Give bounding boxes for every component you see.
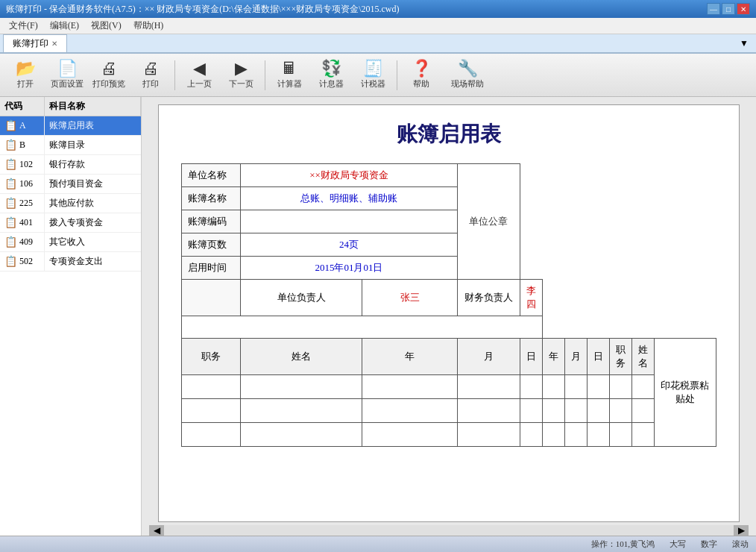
page-setup-label: 页面设置: [51, 78, 84, 90]
item-name-106: 预付项目资金: [45, 175, 141, 193]
code-header: 代码: [0, 97, 45, 116]
col-duty2: 职务: [609, 339, 631, 375]
scroll-left-button[interactable]: ◀: [149, 525, 164, 536]
tree-item-A[interactable]: 📋 A 账簿启用表: [0, 116, 141, 136]
next-page-icon: ▶: [235, 60, 248, 77]
tree-item-225[interactable]: 📋 225 其他应付款: [0, 194, 141, 213]
interest-icon: 💱: [321, 60, 341, 77]
item-code-106: 106: [19, 178, 33, 189]
toolbar-sep-3: [397, 60, 397, 90]
detail-row-2: [182, 399, 716, 423]
menu-file[interactable]: 文件(F): [3, 18, 44, 34]
tab-ledger-print[interactable]: 账簿打印 ✕: [3, 34, 67, 52]
help-button[interactable]: ❓ 帮助: [402, 57, 441, 93]
calculator-button[interactable]: 🖩 计算器: [270, 57, 309, 93]
detail-row-1: [182, 375, 716, 399]
calculator-icon: 🖩: [281, 60, 297, 77]
item-code-409: 409: [19, 236, 33, 248]
d1c9: [609, 375, 631, 399]
d2c3: [362, 399, 458, 423]
scroll-right-button[interactable]: ▶: [734, 525, 749, 536]
col-month1: 月: [458, 339, 520, 375]
window-title: 账簿打印 - 保会通财务软件(A7.5)：×× 财政局专项资金(D:\保会通数据…: [6, 3, 399, 16]
tree-item-106[interactable]: 📋 106 预付项目资金: [0, 175, 141, 194]
empty-row: [182, 316, 716, 339]
tree-item-409[interactable]: 📋 409 其它收入: [0, 233, 141, 252]
interest-label: 计息器: [319, 78, 344, 90]
d2c5: [520, 399, 542, 423]
item-code-225: 225: [19, 198, 33, 209]
page-setup-button[interactable]: 📄 页面设置: [48, 57, 86, 93]
menu-help[interactable]: 帮助(H): [127, 18, 170, 34]
next-page-label: 下一页: [229, 78, 253, 90]
d3c7: [564, 423, 587, 447]
tab-dropdown-icon[interactable]: ▼: [735, 35, 753, 52]
d3c8: [587, 423, 609, 447]
start-time-value: 2015年01月01日: [240, 257, 457, 280]
d2c4: [458, 399, 520, 423]
item-icon-409: 📋: [4, 236, 17, 248]
scroll-status: 滚动: [732, 539, 749, 550]
d3c9: [609, 423, 631, 447]
horizontal-scrollbar[interactable]: ◀ ▶: [149, 525, 749, 536]
help-label: 帮助: [413, 78, 429, 90]
minimize-button[interactable]: —: [707, 3, 720, 15]
ledger-name-label: 账簿名称: [182, 187, 241, 210]
item-name-A: 账簿启用表: [45, 116, 141, 135]
close-button[interactable]: ✕: [737, 3, 750, 15]
d3c10: [631, 423, 654, 447]
d2c10: [631, 399, 654, 423]
print-label: 打印: [142, 78, 159, 90]
responsible-header-row: 单位负责人 张三 财务负责人 李四: [182, 280, 716, 316]
toolbar: 📂 打开 📄 页面设置 🖨 打印预览 🖨 打印 ◀ 上一页 ▶ 下一页 🖩 计算…: [0, 54, 756, 97]
empty-cell: [182, 316, 543, 339]
print-button[interactable]: 🖨 打印: [131, 57, 170, 93]
prev-page-icon: ◀: [193, 60, 206, 77]
interest-calculator-button[interactable]: 💱 计息器: [312, 57, 350, 93]
open-label: 打开: [17, 78, 34, 90]
col-name: 姓名: [240, 339, 362, 375]
help-icon: ❓: [412, 60, 432, 77]
ledger-code-value: [240, 210, 457, 233]
item-icon-225: 📋: [4, 197, 17, 210]
ledger-code-label: 账簿编码: [182, 210, 241, 233]
open-icon: 📂: [16, 60, 36, 77]
d3c3: [362, 423, 458, 447]
next-page-button[interactable]: ▶ 下一页: [221, 57, 260, 93]
scroll-track: [164, 525, 734, 536]
prev-page-button[interactable]: ◀ 上一页: [180, 57, 218, 93]
title-bar: 账簿打印 - 保会通财务软件(A7.5)：×× 财政局专项资金(D:\保会通数据…: [0, 0, 756, 18]
unit-name-label: 单位名称: [182, 164, 241, 187]
menu-view[interactable]: 视图(V): [85, 18, 127, 34]
main-area: 代码 科目名称 📋 A 账簿启用表 📋 B 账簿目录 📋 102 银行存款: [0, 97, 756, 536]
tree-item-102[interactable]: 📋 102 银行存款: [0, 155, 141, 175]
d2c6: [542, 399, 564, 423]
menu-edit[interactable]: 编辑(E): [44, 18, 85, 34]
open-button[interactable]: 📂 打开: [6, 57, 45, 93]
maximize-button[interactable]: □: [722, 3, 735, 15]
tax-calculator-button[interactable]: 🧾 计税器: [353, 57, 392, 93]
table-row: 启用时间 2015年01月01日: [182, 257, 716, 280]
tree-item-401[interactable]: 📋 401 拨入专项资金: [0, 213, 141, 233]
tree-item-B[interactable]: 📋 B 账簿目录: [0, 136, 141, 155]
item-name-B: 账簿目录: [45, 136, 141, 154]
tax-icon: 🧾: [363, 60, 383, 77]
item-name-225: 其他应付款: [45, 194, 141, 213]
d3c5: [520, 423, 542, 447]
item-name-401: 拨入专项资金: [45, 213, 141, 232]
item-icon-502: 📋: [4, 255, 17, 268]
item-name-502: 专项资金支出: [45, 252, 141, 271]
table-row: 账簿页数 24页: [182, 233, 716, 257]
tab-close-icon[interactable]: ✕: [51, 40, 57, 48]
print-preview-icon: 🖨: [101, 60, 117, 77]
print-preview-button[interactable]: 🖨 打印预览: [89, 57, 128, 93]
onsite-help-button[interactable]: 🔧 现场帮助: [444, 57, 491, 93]
item-code-401: 401: [19, 217, 33, 228]
right-content: 账簿启用表 单位名称 ××财政局专项资金 单位公章 账簿名称 总账、明细账、辅助…: [142, 97, 756, 536]
tree-item-502[interactable]: 📋 502 专项资金支出: [0, 252, 141, 272]
tab-bar: 账簿打印 ✕ ▼: [0, 34, 756, 54]
menu-bar: 文件(F) 编辑(E) 视图(V) 帮助(H): [0, 18, 756, 34]
col-year2: 年: [542, 339, 564, 375]
num-status: 数字: [701, 539, 717, 550]
detail-row-3: [182, 423, 716, 447]
